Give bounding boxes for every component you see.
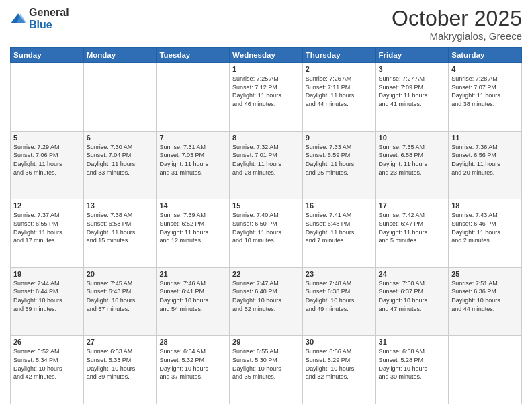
day-info: Sunrise: 7:42 AM Sunset: 6:47 PM Dayligh… [379, 211, 446, 244]
calendar-cell: 4Sunrise: 7:28 AM Sunset: 7:07 PM Daylig… [449, 63, 522, 132]
day-number: 23 [306, 270, 373, 278]
logo: General Blue [10, 7, 69, 31]
day-number: 7 [159, 134, 226, 142]
calendar-cell: 29Sunrise: 6:55 AM Sunset: 5:30 PM Dayli… [230, 336, 303, 404]
day-info: Sunrise: 6:56 AM Sunset: 5:29 PM Dayligh… [306, 347, 373, 381]
day-info: Sunrise: 7:26 AM Sunset: 7:11 PM Dayligh… [306, 75, 373, 108]
calendar-cell: 11Sunrise: 7:36 AM Sunset: 6:56 PM Dayli… [449, 131, 522, 199]
day-number: 20 [87, 270, 154, 278]
calendar-cell: 26Sunrise: 6:52 AM Sunset: 5:34 PM Dayli… [11, 336, 84, 404]
calendar-header-row: Sunday Monday Tuesday Wednesday Thursday… [11, 48, 522, 63]
title-month: October 2025 [392, 7, 522, 30]
calendar-cell: 24Sunrise: 7:50 AM Sunset: 6:37 PM Dayli… [375, 267, 449, 336]
calendar-cell: 5Sunrise: 7:29 AM Sunset: 7:06 PM Daylig… [11, 131, 84, 199]
calendar-cell: 25Sunrise: 7:51 AM Sunset: 6:36 PM Dayli… [449, 267, 522, 336]
day-info: Sunrise: 7:31 AM Sunset: 7:03 PM Dayligh… [159, 143, 226, 177]
day-info: Sunrise: 7:48 AM Sunset: 6:38 PM Dayligh… [306, 279, 373, 313]
calendar-cell: 3Sunrise: 7:27 AM Sunset: 7:09 PM Daylig… [375, 63, 449, 132]
day-info: Sunrise: 7:35 AM Sunset: 6:58 PM Dayligh… [379, 143, 446, 177]
calendar-cell: 20Sunrise: 7:45 AM Sunset: 6:43 PM Dayli… [83, 267, 157, 336]
calendar-week-2: 12Sunrise: 7:37 AM Sunset: 6:55 PM Dayli… [11, 199, 522, 268]
day-info: Sunrise: 7:27 AM Sunset: 7:09 PM Dayligh… [379, 75, 446, 108]
calendar-week-0: 1Sunrise: 7:25 AM Sunset: 7:12 PM Daylig… [11, 63, 522, 132]
calendar-cell: 27Sunrise: 6:53 AM Sunset: 5:33 PM Dayli… [83, 336, 157, 404]
calendar-cell: 28Sunrise: 6:54 AM Sunset: 5:32 PM Dayli… [157, 336, 230, 404]
day-info: Sunrise: 7:32 AM Sunset: 7:01 PM Dayligh… [232, 143, 300, 177]
calendar: Sunday Monday Tuesday Wednesday Thursday… [10, 47, 522, 404]
day-number: 17 [379, 201, 446, 210]
day-number: 16 [306, 201, 373, 210]
header: General Blue October 2025 Makrygialos, G… [10, 7, 522, 42]
title-block: October 2025 Makrygialos, Greece [392, 7, 522, 42]
day-number: 9 [306, 134, 373, 142]
calendar-cell: 21Sunrise: 7:46 AM Sunset: 6:41 PM Dayli… [157, 267, 230, 336]
day-number: 3 [379, 65, 446, 73]
day-number: 24 [379, 270, 446, 278]
logo-icon [10, 12, 26, 26]
header-thursday: Thursday [302, 48, 375, 63]
day-info: Sunrise: 7:30 AM Sunset: 7:04 PM Dayligh… [87, 143, 154, 177]
day-number: 15 [232, 201, 300, 210]
day-number: 5 [13, 134, 81, 142]
header-tuesday: Tuesday [157, 48, 230, 63]
day-number: 30 [306, 338, 373, 346]
calendar-cell [449, 336, 522, 404]
page: General Blue October 2025 Makrygialos, G… [0, 0, 532, 411]
calendar-cell: 7Sunrise: 7:31 AM Sunset: 7:03 PM Daylig… [157, 131, 230, 199]
calendar-cell: 22Sunrise: 7:47 AM Sunset: 6:40 PM Dayli… [230, 267, 303, 336]
day-number: 18 [451, 201, 519, 210]
calendar-cell: 14Sunrise: 7:39 AM Sunset: 6:52 PM Dayli… [157, 199, 230, 268]
calendar-week-1: 5Sunrise: 7:29 AM Sunset: 7:06 PM Daylig… [11, 131, 522, 199]
day-number: 21 [159, 270, 226, 278]
day-info: Sunrise: 7:33 AM Sunset: 6:59 PM Dayligh… [306, 143, 373, 177]
header-monday: Monday [83, 48, 157, 63]
day-number: 4 [451, 65, 519, 73]
day-info: Sunrise: 6:54 AM Sunset: 5:32 PM Dayligh… [159, 347, 226, 381]
day-info: Sunrise: 7:46 AM Sunset: 6:41 PM Dayligh… [159, 279, 226, 313]
day-number: 28 [159, 338, 226, 346]
day-number: 6 [87, 134, 154, 142]
day-info: Sunrise: 6:55 AM Sunset: 5:30 PM Dayligh… [232, 347, 300, 381]
day-number: 19 [13, 270, 81, 278]
day-info: Sunrise: 7:43 AM Sunset: 6:46 PM Dayligh… [451, 211, 519, 244]
title-location: Makrygialos, Greece [392, 30, 522, 42]
calendar-week-4: 26Sunrise: 6:52 AM Sunset: 5:34 PM Dayli… [11, 336, 522, 404]
calendar-cell: 23Sunrise: 7:48 AM Sunset: 6:38 PM Dayli… [302, 267, 375, 336]
calendar-cell: 18Sunrise: 7:43 AM Sunset: 6:46 PM Dayli… [449, 199, 522, 268]
day-info: Sunrise: 7:40 AM Sunset: 6:50 PM Dayligh… [232, 211, 300, 244]
calendar-cell: 10Sunrise: 7:35 AM Sunset: 6:58 PM Dayli… [375, 131, 449, 199]
day-number: 11 [451, 134, 519, 142]
day-number: 22 [232, 270, 300, 278]
calendar-cell: 31Sunrise: 6:58 AM Sunset: 5:28 PM Dayli… [375, 336, 449, 404]
day-number: 13 [87, 201, 154, 210]
day-info: Sunrise: 7:37 AM Sunset: 6:55 PM Dayligh… [13, 211, 81, 244]
logo-general: General [29, 7, 69, 18]
calendar-cell: 13Sunrise: 7:38 AM Sunset: 6:53 PM Dayli… [83, 199, 157, 268]
calendar-cell: 6Sunrise: 7:30 AM Sunset: 7:04 PM Daylig… [83, 131, 157, 199]
day-info: Sunrise: 7:39 AM Sunset: 6:52 PM Dayligh… [159, 211, 226, 244]
calendar-cell: 9Sunrise: 7:33 AM Sunset: 6:59 PM Daylig… [302, 131, 375, 199]
day-number: 12 [13, 201, 81, 210]
day-info: Sunrise: 7:51 AM Sunset: 6:36 PM Dayligh… [451, 279, 519, 313]
day-number: 29 [232, 338, 300, 346]
day-number: 10 [379, 134, 446, 142]
calendar-cell [157, 63, 230, 132]
logo-blue: Blue [29, 19, 52, 30]
day-number: 14 [159, 201, 226, 210]
day-info: Sunrise: 6:53 AM Sunset: 5:33 PM Dayligh… [87, 347, 154, 381]
calendar-cell: 30Sunrise: 6:56 AM Sunset: 5:29 PM Dayli… [302, 336, 375, 404]
day-info: Sunrise: 7:50 AM Sunset: 6:37 PM Dayligh… [379, 279, 446, 313]
day-info: Sunrise: 7:36 AM Sunset: 6:56 PM Dayligh… [451, 143, 519, 177]
day-number: 31 [379, 338, 446, 346]
calendar-cell [11, 63, 84, 132]
header-saturday: Saturday [449, 48, 522, 63]
calendar-cell: 19Sunrise: 7:44 AM Sunset: 6:44 PM Dayli… [11, 267, 84, 336]
calendar-cell: 15Sunrise: 7:40 AM Sunset: 6:50 PM Dayli… [230, 199, 303, 268]
day-number: 27 [87, 338, 154, 346]
day-info: Sunrise: 6:52 AM Sunset: 5:34 PM Dayligh… [13, 347, 81, 381]
logo-text: General Blue [29, 7, 69, 31]
header-friday: Friday [375, 48, 449, 63]
day-info: Sunrise: 7:29 AM Sunset: 7:06 PM Dayligh… [13, 143, 81, 177]
calendar-week-3: 19Sunrise: 7:44 AM Sunset: 6:44 PM Dayli… [11, 267, 522, 336]
calendar-cell: 12Sunrise: 7:37 AM Sunset: 6:55 PM Dayli… [11, 199, 84, 268]
